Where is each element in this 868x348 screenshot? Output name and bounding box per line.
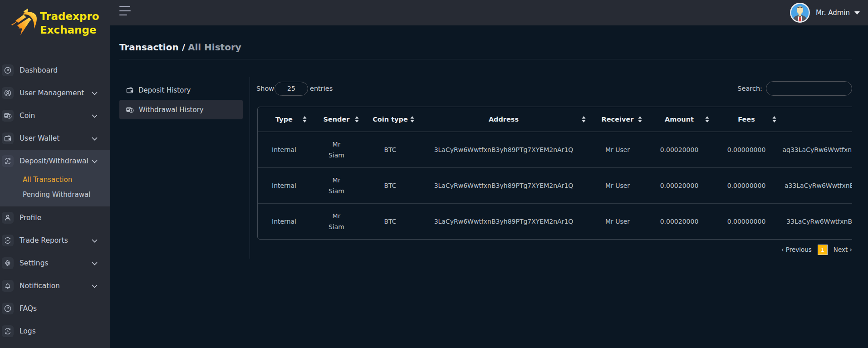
column-header-transaction-id[interactable] xyxy=(780,107,852,132)
column-header-fees[interactable]: Fees xyxy=(713,107,780,132)
cell-receiver: Mr User xyxy=(589,167,646,203)
table-header-row: Type Sender Coin type Address Receiver A… xyxy=(258,107,852,132)
table-row[interactable]: Internal Mr Siam BTC 3LaCyRw6WwtfxnB3yh8… xyxy=(258,167,852,203)
breadcrumb: Transaction /All History xyxy=(119,42,241,53)
current-page-button[interactable]: 1 xyxy=(818,245,828,255)
sidebar-item-label: Coin xyxy=(20,104,35,127)
dashboard-icon xyxy=(2,64,14,76)
sidebar-item-deposit-withdrawal[interactable]: Deposit/Withdrawal xyxy=(0,150,110,172)
cell-fees: 0.00000000 xyxy=(713,132,780,167)
cell-receiver: Mr User xyxy=(589,203,646,239)
next-page-button[interactable]: Next › xyxy=(834,246,852,253)
bell-icon xyxy=(2,280,14,292)
cell-transaction-id: 33LaCyRw6WwtfxnB3yh89PTg7XYEM2nAr1Q xyxy=(780,203,852,239)
tab-deposit-history[interactable]: Deposit History xyxy=(119,80,243,100)
sort-icon[interactable] xyxy=(355,116,359,123)
user-menu[interactable]: Mr. Admin xyxy=(790,0,860,25)
page-title: All History xyxy=(188,42,241,53)
chevron-down-icon xyxy=(92,137,98,141)
sidebar-item-coin[interactable]: Coin xyxy=(0,104,110,127)
cell-address: 3LaCyRw6WwtfxnB3yh89PTg7XYEM2nAr1Q xyxy=(418,203,589,239)
sidebar-item-user-wallet[interactable]: User Wallet xyxy=(0,127,110,150)
previous-page-button[interactable]: ‹ Previous xyxy=(781,246,812,253)
sidebar-item-user-management[interactable]: User Management xyxy=(0,82,110,104)
cell-address: 3LaCyRw6WwtfxnB3yh89PTg7XYEM2nAr1Q xyxy=(418,167,589,203)
column-header-coin-type[interactable]: Coin type xyxy=(363,107,418,132)
entries-label: entries xyxy=(310,81,333,96)
sort-icon[interactable] xyxy=(705,116,709,123)
breadcrumb-section: Transaction / xyxy=(119,42,185,53)
cell-amount: 0.00020000 xyxy=(646,132,713,167)
sidebar-subitem-all-transaction[interactable]: All Transaction xyxy=(0,172,110,187)
table-row[interactable]: Internal Mr Siam BTC 3LaCyRw6WwtfxnB3yh8… xyxy=(258,132,852,167)
sidebar-item-logs[interactable]: Logs xyxy=(0,320,110,343)
cell-sender: Mr Siam xyxy=(310,132,363,167)
entries-select[interactable]: 25 xyxy=(275,82,308,96)
column-header-type[interactable]: Type xyxy=(258,107,310,132)
topbar: Mr. Admin xyxy=(110,0,868,25)
sort-icon[interactable] xyxy=(772,116,776,123)
sidebar-item-label: FAQs xyxy=(20,297,37,320)
wallet-icon xyxy=(2,132,14,144)
cell-coin-type: BTC xyxy=(363,167,418,203)
sidebar-subitem-pending-withdrawal[interactable]: Pending Withdrawal xyxy=(0,187,110,202)
tab-label: Withdrawal History xyxy=(139,106,204,114)
column-header-address[interactable]: Address xyxy=(418,107,589,132)
column-header-amount[interactable]: Amount xyxy=(646,107,713,132)
brand-name-line1: Tradexpro xyxy=(40,10,99,23)
sidebar-item-label: Profile xyxy=(20,206,41,229)
cell-transaction-id: aq33LaCyRw6WwtfxnB3yh89PTg7XYEM2nAr1Q xyxy=(780,132,852,167)
sort-icon[interactable] xyxy=(410,116,414,123)
table-row[interactable]: Internal Mr Siam BTC 3LaCyRw6WwtfxnB3yh8… xyxy=(258,203,852,239)
sidebar-item-trade-reports[interactable]: Trade Reports xyxy=(0,229,110,252)
sidebar-nav: Dashboard User Management Coin xyxy=(0,59,110,343)
sort-icon[interactable] xyxy=(303,116,307,123)
sidebar-item-label: Notification xyxy=(20,274,60,297)
sidebar-item-label: User Wallet xyxy=(20,127,59,150)
trade-reports-icon xyxy=(2,235,14,246)
page-content: Transaction /All History Deposit History… xyxy=(110,25,868,348)
cell-transaction-id: a33LaCyRw6WwtfxnB3yh89PTg7XYEM2nAr1Q xyxy=(780,167,852,203)
menu-toggle-icon[interactable] xyxy=(119,6,131,16)
column-header-receiver[interactable]: Receiver xyxy=(589,107,646,132)
sidebar: Tradexpro Exchange Dashboard User Manage… xyxy=(0,0,110,348)
sidebar-item-profile[interactable]: Profile xyxy=(0,206,110,229)
chevron-down-icon xyxy=(92,160,98,163)
sidebar-group-deposit-withdrawal: Deposit/Withdrawal All Transaction Pendi… xyxy=(0,150,110,206)
chevron-down-icon xyxy=(92,239,98,243)
cell-amount: 0.00020000 xyxy=(646,203,713,239)
sidebar-item-label: Logs xyxy=(20,320,36,343)
brand-name: Tradexpro Exchange xyxy=(40,10,99,37)
chevron-down-icon xyxy=(92,114,98,118)
cell-sender: Mr Siam xyxy=(310,167,363,203)
user-name: Mr. Admin xyxy=(816,9,850,17)
transactions-table-wrap: Type Sender Coin type Address Receiver A… xyxy=(257,107,852,240)
brand-logo[interactable]: Tradexpro Exchange xyxy=(10,7,99,37)
sort-icon[interactable] xyxy=(582,116,586,123)
deposit-history-icon xyxy=(126,87,133,94)
cell-type: Internal xyxy=(258,167,310,203)
show-label: Show xyxy=(256,81,274,96)
search-input[interactable] xyxy=(766,81,852,96)
chevron-down-icon xyxy=(92,262,98,265)
sort-icon[interactable] xyxy=(638,116,642,123)
cell-fees: 0.00000000 xyxy=(713,203,780,239)
settings-icon xyxy=(2,257,14,269)
withdrawal-history-icon xyxy=(126,106,134,113)
column-header-sender[interactable]: Sender xyxy=(310,107,363,132)
sidebar-item-dashboard[interactable]: Dashboard xyxy=(0,59,110,82)
sidebar-item-settings[interactable]: Settings xyxy=(0,252,110,274)
sidebar-item-notification[interactable]: Notification xyxy=(0,274,110,297)
profile-icon xyxy=(2,212,14,224)
avatar xyxy=(790,3,810,23)
sidebar-item-label: User Management xyxy=(20,82,84,104)
cell-amount: 0.00020000 xyxy=(646,167,713,203)
sidebar-item-label: Trade Reports xyxy=(20,229,68,252)
chevron-down-icon xyxy=(92,92,98,95)
brand-name-line2: Exchange xyxy=(40,23,99,37)
tab-withdrawal-history[interactable]: Withdrawal History xyxy=(119,100,243,119)
faq-icon xyxy=(2,303,14,314)
sidebar-item-label: Dashboard xyxy=(20,59,58,82)
sidebar-item-faqs[interactable]: FAQs xyxy=(0,297,110,320)
cell-type: Internal xyxy=(258,203,310,239)
